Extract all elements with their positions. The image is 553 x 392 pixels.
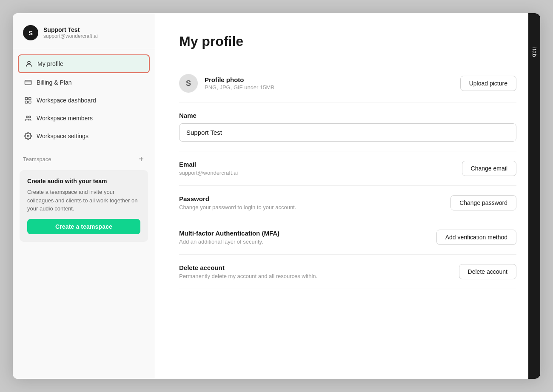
profile-avatar: S (179, 74, 198, 93)
profile-photo-info: Profile photo PNG, JPG, GIF under 15MB (205, 76, 274, 91)
svg-point-9 (27, 135, 29, 137)
add-verification-method-button[interactable]: Add verification method (436, 230, 516, 245)
teamspace-label: Teamspace (23, 156, 51, 162)
main-content: My profile S Profile photo PNG, JPG, GIF… (155, 13, 540, 379)
upload-picture-button[interactable]: Upload picture (460, 76, 516, 91)
right-partial-panel: itab (528, 13, 540, 379)
delete-account-label: Delete account (179, 264, 317, 271)
profile-photo-subtitle: PNG, JPG, GIF under 15MB (205, 84, 274, 91)
teamspace-card: Create audio with your team Create a tea… (20, 170, 148, 242)
dashboard-icon (24, 96, 32, 105)
group-icon (24, 114, 32, 122)
mfa-left: Multi-factor Authentication (MFA) Add an… (179, 230, 279, 245)
user-email: support@wondercraft.ai (43, 33, 98, 39)
password-left: Password Change your password to login t… (179, 195, 296, 210)
email-label: Email (179, 161, 238, 168)
page-title: My profile (179, 34, 516, 49)
sidebar-item-workspace-members[interactable]: Workspace members (18, 110, 150, 127)
user-info: Support Test support@wondercraft.ai (43, 26, 98, 39)
email-section: Email support@wondercraft.ai Change emai… (179, 151, 516, 186)
mfa-description: Add an additional layer of security. (179, 239, 279, 245)
profile-photo-title: Profile photo (205, 76, 274, 83)
teamspace-card-title: Create audio with your team (27, 178, 140, 185)
teamspace-section: Teamspace + (13, 148, 155, 167)
modal-overlay: S Support Test support@wondercraft.ai My… (0, 0, 553, 392)
svg-rect-1 (25, 80, 31, 85)
sidebar-item-workspace-settings[interactable]: Workspace settings (18, 128, 150, 145)
delete-account-left: Delete account Permanently delete my acc… (179, 264, 317, 279)
create-teamspace-button[interactable]: Create a teamspace (27, 219, 140, 234)
sidebar-item-label: Workspace members (37, 115, 93, 122)
delete-account-button[interactable]: Delete account (459, 264, 516, 279)
profile-photo-section: S Profile photo PNG, JPG, GIF under 15MB… (179, 65, 516, 102)
sidebar-user: S Support Test support@wondercraft.ai (13, 13, 155, 49)
email-value: support@wondercraft.ai (179, 170, 238, 176)
settings-icon (24, 132, 32, 140)
sidebar-item-label: Billing & Plan (37, 79, 72, 86)
sidebar-item-label: Workspace settings (37, 133, 88, 139)
svg-rect-3 (25, 97, 27, 99)
change-email-button[interactable]: Change email (462, 161, 516, 176)
sidebar-item-my-profile[interactable]: My profile (18, 54, 150, 73)
sidebar: S Support Test support@wondercraft.ai My… (13, 13, 155, 379)
sidebar-item-label: My profile (37, 60, 63, 67)
name-label: Name (179, 112, 516, 119)
modal: S Support Test support@wondercraft.ai My… (13, 13, 540, 379)
sidebar-nav: My profile Billing & Plan (13, 49, 155, 145)
svg-point-7 (26, 116, 29, 118)
person-icon (25, 60, 33, 68)
password-label: Password (179, 195, 296, 202)
svg-rect-4 (29, 97, 31, 99)
change-password-button[interactable]: Change password (450, 195, 516, 210)
sidebar-item-billing-plan[interactable]: Billing & Plan (18, 74, 150, 91)
delete-account-section: Delete account Permanently delete my acc… (179, 255, 516, 289)
svg-rect-5 (25, 101, 27, 103)
name-section: Name (179, 102, 516, 151)
sidebar-item-label: Workspace dashboard (37, 97, 96, 104)
mfa-section: Multi-factor Authentication (MFA) Add an… (179, 220, 516, 255)
teamspace-add-button[interactable]: + (138, 155, 145, 163)
svg-point-0 (28, 61, 30, 64)
user-name: Support Test (43, 26, 98, 33)
delete-account-description: Permanently delete my account and all re… (179, 273, 317, 279)
card-icon (24, 78, 32, 87)
profile-photo-left: S Profile photo PNG, JPG, GIF under 15MB (179, 74, 274, 93)
email-left: Email support@wondercraft.ai (179, 161, 238, 176)
mfa-label: Multi-factor Authentication (MFA) (179, 230, 279, 237)
password-description: Change your password to login to your ac… (179, 204, 296, 210)
svg-point-8 (29, 116, 31, 118)
sidebar-item-workspace-dashboard[interactable]: Workspace dashboard (18, 92, 150, 109)
password-section: Password Change your password to login t… (179, 186, 516, 220)
svg-rect-6 (29, 101, 31, 103)
right-partial-text: itab (531, 47, 538, 57)
name-input[interactable] (179, 123, 516, 142)
teamspace-card-desc: Create a teamspace and invite your colle… (27, 188, 140, 213)
avatar: S (23, 25, 38, 40)
